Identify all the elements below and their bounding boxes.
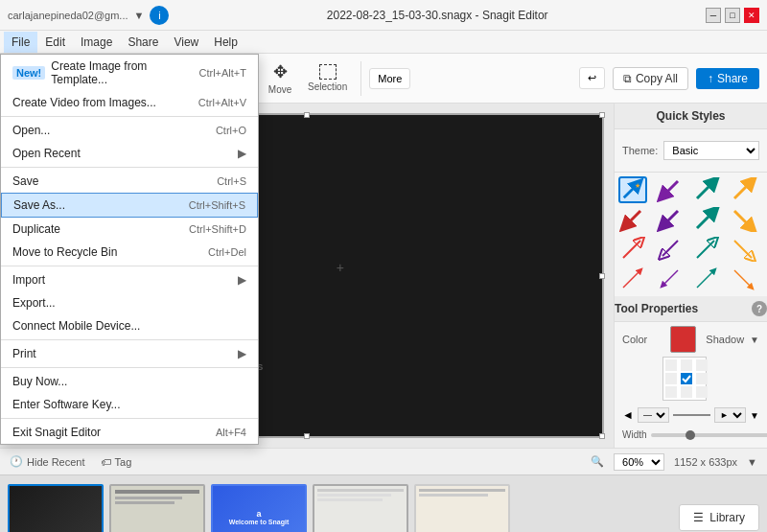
move-tool-icon: ✥ [273,61,288,82]
filmstrip-thumb-4[interactable] [313,484,408,533]
sep-5 [1,367,258,368]
arrow-style-blue-star[interactable]: ★ [618,176,647,203]
tool-properties-title: Tool Properties ? [615,296,767,322]
menu-item-exit-shortcut: Alt+F4 [216,427,246,438]
minimize-button[interactable]: ─ [706,8,721,23]
menu-item-open-recent[interactable]: Open Recent ▶ [1,142,258,165]
arrow-style-red-sw[interactable] [618,206,647,233]
theme-dropdown[interactable]: Basic [663,141,759,160]
zoom-select[interactable]: 60% [614,453,664,471]
color-swatch[interactable] [670,326,696,353]
clock-icon: 🕐 [10,455,23,468]
arrow-start-icon[interactable]: ◄ [622,408,634,422]
menu-item-create-video-label: Create Video from Images... [12,96,198,109]
shadow-dropdown-icon[interactable]: ▼ [750,335,759,345]
theme-row: Theme: Basic [622,141,759,160]
library-button[interactable]: ☰ Library [679,504,759,531]
right-panel: Quick Styles Theme: Basic ★ [614,104,767,448]
arrow-style-teal-ne[interactable] [692,176,721,203]
hide-recent-button[interactable]: 🕐 Hide Recent [10,455,85,468]
handle-middle-right[interactable] [599,273,605,279]
new-badge: New! [12,66,45,80]
filmstrip-thumb-3[interactable]: a Welcome to Snagit SNAGX [211,484,307,533]
tool-selection[interactable]: Selection [302,60,353,96]
help-button[interactable]: ? [752,301,767,316]
tag-icon: 🏷 [101,456,111,468]
share-button[interactable]: ↑ Share [696,68,759,89]
menu-item-open[interactable]: Open... Ctrl+O [1,119,258,142]
filmstrip-thumb-1[interactable] [8,484,104,533]
menu-item-open-recent-label: Open Recent [12,147,234,160]
handle-top-right[interactable] [599,112,605,118]
shadow-cell-7 [665,386,677,398]
menu-item-print[interactable]: Print ▶ [1,342,258,365]
shadow-cell-1 [665,359,677,371]
menu-file[interactable]: File [4,32,37,53]
menu-item-recycle[interactable]: Move to Recycle Bin Ctrl+Del [1,241,258,264]
arrow-style-teal-outline[interactable] [692,236,721,263]
menu-item-save-as[interactable]: Save As... Ctrl+Shift+S [1,193,258,218]
arrow-style-yellow-se[interactable] [730,206,758,233]
restore-button[interactable]: □ [725,8,740,23]
line-start-select[interactable]: — [638,407,669,423]
hide-recent-label: Hide Recent [27,456,85,468]
undo-button[interactable]: ↩ [579,67,605,89]
menu-item-exit[interactable]: Exit Snagit Editor Alt+F4 [1,421,258,444]
menu-item-new[interactable]: New! Create Image from Template... Ctrl+… [1,55,258,91]
width-slider[interactable] [651,433,767,437]
menu-view[interactable]: View [166,32,206,53]
menu-bar: File Edit Image Share View Help [0,31,767,54]
open-recent-arrow: ▶ [238,147,246,160]
menu-item-open-label: Open... [12,124,216,137]
menu-item-duplicate-shortcut: Ctrl+Shift+D [189,223,246,235]
width-label: Width [622,429,647,440]
import-arrow: ▶ [238,273,246,287]
dimensions-display: 1152 x 633px [674,456,737,468]
menu-item-import[interactable]: Import ▶ [1,268,258,291]
tool-move[interactable]: ✥ Move [262,58,298,99]
arrow-style-yellow-outline[interactable] [730,236,758,263]
copy-all-button[interactable]: ⧉ Copy All [613,67,688,90]
arrow-style-purple-sw2[interactable] [656,206,685,233]
arrow-style-purple-sw[interactable] [656,176,685,203]
menu-share[interactable]: Share [120,32,166,53]
menu-item-export[interactable]: Export... [1,291,258,314]
arrow-style-purple-outline[interactable] [656,236,685,263]
menu-item-software-key[interactable]: Enter Software Key... [1,393,258,416]
title-bar: carlajanepineda02@gm... ▼ i 2022-08-23_1… [0,0,767,31]
menu-edit[interactable]: Edit [37,32,73,53]
line-end-select[interactable]: ► [714,407,746,423]
filmstrip-thumb-5[interactable]: SNAGX [414,484,510,533]
menu-help[interactable]: Help [206,32,245,53]
menu-item-connect-mobile[interactable]: Connect Mobile Device... [1,314,258,337]
avatar: i [150,6,169,25]
arrow-style-red-outline[interactable] [618,236,647,263]
arrow-style-yellow-ne[interactable] [730,176,758,203]
arrow-style-purple-thin[interactable] [656,266,685,292]
shadow-cell-active[interactable] [681,373,692,384]
line-dropdown-icon[interactable]: ▼ [750,410,759,421]
arrow-style-orange-thin[interactable] [730,266,758,292]
menu-item-buy-label: Buy Now... [12,375,246,388]
arrow-style-red-thin[interactable] [618,266,647,292]
toolbar-separator-1 [360,61,361,96]
arrow-style-teal-thin[interactable] [692,266,721,292]
handle-bottom-center[interactable] [304,433,310,439]
handle-bottom-right[interactable] [599,433,605,439]
menu-item-duplicate[interactable]: Duplicate Ctrl+Shift+D [1,218,258,241]
dimensions-dropdown[interactable]: ▼ [747,456,757,468]
shadow-cell-3 [696,359,708,371]
menu-image[interactable]: Image [73,32,120,53]
sep-4 [1,339,258,340]
close-button[interactable]: ✕ [744,8,759,23]
tag-button[interactable]: 🏷 Tag [101,456,132,468]
width-row: Width 10 [615,426,767,444]
menu-item-save[interactable]: Save Ctrl+S [1,170,258,193]
filmstrip-thumb-2[interactable] [109,484,205,533]
more-button[interactable]: More [369,68,410,89]
menu-item-buy[interactable]: Buy Now... [1,370,258,393]
arrow-style-teal-ne2[interactable] [692,206,721,233]
user-icon: ▼ [134,10,145,21]
handle-top-center[interactable] [304,112,310,118]
menu-item-create-video[interactable]: Create Video from Images... Ctrl+Alt+V [1,91,258,114]
